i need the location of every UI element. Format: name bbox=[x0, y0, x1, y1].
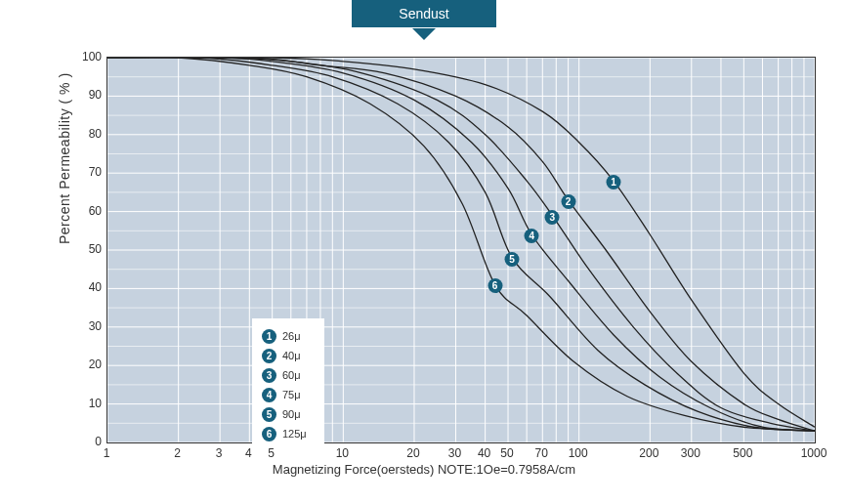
badge-icon: 3 bbox=[545, 210, 560, 225]
badge-icon: 5 bbox=[505, 252, 520, 267]
badge-icon: 1 bbox=[262, 329, 276, 344]
badge-icon: 2 bbox=[561, 194, 575, 209]
y-tick: 30 bbox=[66, 319, 102, 333]
y-tick: 0 bbox=[66, 435, 102, 448]
x-tick: 2 bbox=[174, 446, 181, 460]
legend-label: 60μ bbox=[282, 369, 301, 381]
legend-row-4: 475μ bbox=[262, 385, 307, 404]
legend-row-1: 126μ bbox=[262, 326, 307, 346]
y-tick: 20 bbox=[66, 357, 102, 371]
legend-label: 90μ bbox=[282, 408, 301, 420]
curve-marker-2: 2 bbox=[561, 191, 575, 209]
legend-row-5: 590μ bbox=[262, 404, 307, 424]
badge-icon: 2 bbox=[262, 349, 276, 363]
badge-icon: 6 bbox=[488, 278, 502, 293]
legend-row-2: 240μ bbox=[262, 346, 307, 365]
x-tick: 100 bbox=[569, 446, 588, 460]
chart-container: Sendust Percent Permeability ( % ) 126μ2… bbox=[0, 0, 848, 504]
x-tick: 1000 bbox=[801, 446, 827, 460]
curve-marker-5: 5 bbox=[505, 249, 520, 267]
x-tick: 500 bbox=[733, 446, 752, 460]
badge-icon: 3 bbox=[262, 368, 276, 383]
x-tick: 1 bbox=[104, 446, 110, 460]
curve-marker-4: 4 bbox=[525, 226, 539, 243]
x-tick: 40 bbox=[478, 446, 490, 460]
x-tick: 70 bbox=[535, 446, 548, 460]
x-tick: 20 bbox=[406, 446, 419, 460]
x-tick: 200 bbox=[639, 446, 658, 460]
y-tick: 10 bbox=[66, 397, 102, 410]
data-curves bbox=[107, 58, 815, 442]
y-tick: 90 bbox=[66, 88, 102, 102]
y-tick: 80 bbox=[66, 127, 102, 141]
legend-row-6: 6125μ bbox=[262, 424, 307, 443]
legend-label: 75μ bbox=[282, 389, 301, 400]
y-tick: 100 bbox=[66, 50, 102, 63]
x-tick: 5 bbox=[268, 446, 275, 460]
x-tick: 30 bbox=[448, 446, 461, 460]
curve-marker-1: 1 bbox=[606, 172, 620, 189]
x-tick: 3 bbox=[216, 446, 223, 460]
badge-icon: 1 bbox=[606, 175, 620, 189]
curve-marker-6: 6 bbox=[488, 275, 502, 293]
legend-label: 40μ bbox=[282, 350, 301, 361]
banner-text: Sendust bbox=[399, 6, 448, 21]
badge-icon: 4 bbox=[525, 229, 539, 243]
y-tick: 40 bbox=[66, 280, 102, 294]
badge-icon: 4 bbox=[262, 388, 276, 402]
plot-area: 126μ240μ360μ475μ590μ6125μ 123456 bbox=[106, 57, 816, 443]
x-axis-label: Magnetizing Force(oersteds) NOTE:1Oe=0.7… bbox=[0, 462, 848, 477]
badge-icon: 5 bbox=[262, 407, 276, 422]
legend-label: 26μ bbox=[282, 330, 301, 342]
y-tick: 70 bbox=[66, 165, 102, 179]
y-tick: 60 bbox=[66, 204, 102, 218]
chart-banner: Sendust bbox=[352, 0, 496, 27]
badge-icon: 6 bbox=[262, 427, 276, 441]
y-tick: 50 bbox=[66, 242, 102, 256]
curve-marker-3: 3 bbox=[545, 207, 560, 225]
x-tick: 300 bbox=[681, 446, 700, 460]
banner-tail-icon bbox=[412, 28, 436, 40]
x-tick: 4 bbox=[245, 446, 252, 460]
legend-box: 126μ240μ360μ475μ590μ6125μ bbox=[252, 318, 324, 451]
x-tick: 50 bbox=[500, 446, 513, 460]
legend-label: 125μ bbox=[282, 428, 307, 440]
x-tick: 10 bbox=[336, 446, 349, 460]
legend-row-3: 360μ bbox=[262, 365, 307, 385]
